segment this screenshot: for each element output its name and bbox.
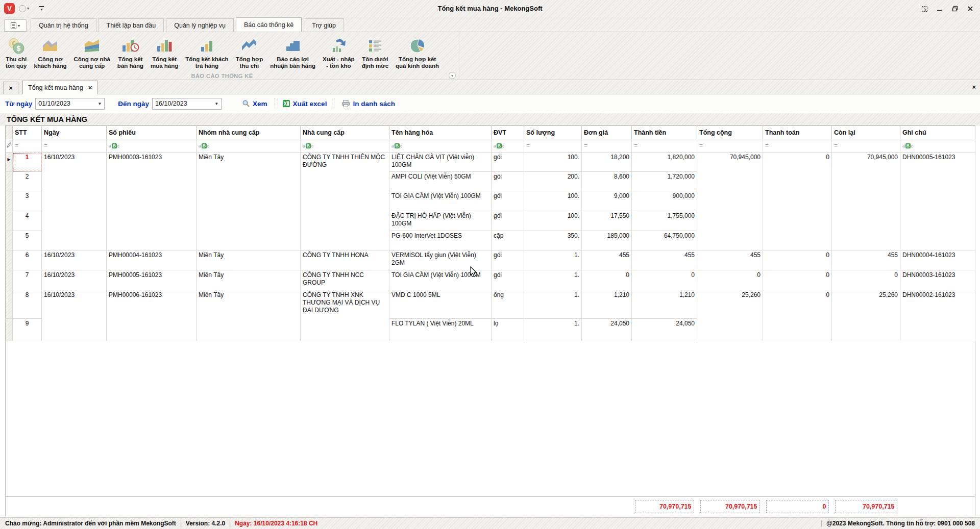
grid-cell[interactable]: 455 [832,250,900,270]
grid-cell[interactable]: 0 [763,290,832,341]
tab-tong-ket-mua-hang[interactable]: Tổng kết mua hàng × [22,81,97,94]
ribbon-tab-tro-giup[interactable]: Trợ giúp [304,18,344,32]
grid-cell[interactable]: 0 [697,270,763,290]
grid-cell[interactable]: gói [492,191,524,211]
grid-cell[interactable]: 25,260 [697,290,763,341]
column-header[interactable]: Đơn giá [582,126,632,139]
column-header[interactable]: Số lượng [524,126,582,139]
ribbon-tab-thiet-lap-ban-dau[interactable]: Thiết lập ban đầu [99,18,164,32]
print-list-button[interactable]: In danh sách [334,99,402,108]
grid-cell[interactable]: 1,755,000 [632,211,697,231]
grid-cell[interactable]: 25,260 [832,290,900,341]
grid-cell[interactable]: 8,600 [582,172,632,191]
grid-cell[interactable]: 16/10/2023 [42,250,107,270]
grid-cell[interactable]: gói [492,250,524,270]
grid-cell[interactable]: 7 [13,270,42,290]
column-header[interactable]: Số phiếu [107,126,197,139]
grid-cell[interactable]: CÔNG TY TNHH THIÊN MỘC ĐƯỜNG [301,153,389,250]
filter-cell[interactable]: = [632,139,697,153]
ribbon-tab-quan-ly-nghiep-vu[interactable]: Quản lý nghiệp vụ [166,18,234,32]
quick-access-customize-button[interactable]: ▾ [39,6,44,11]
app-menu-button[interactable]: ▾ [4,19,27,32]
ribbon-item-cong-no-nha-cung-cap[interactable]: Công nợ nhàcung cấp [70,35,113,70]
view-button[interactable]: Xem [235,99,275,108]
grid-cell[interactable]: lọ [492,319,524,341]
grid-cell[interactable]: Miền Tây [197,250,301,270]
ribbon-item-tong-ket-mua-hang[interactable]: Tổng kếtmua hàng [147,35,182,70]
fit-screen-button[interactable] [918,3,931,14]
grid-cell[interactable]: 200. [524,172,582,191]
quick-access-button[interactable]: ▾ [19,5,29,12]
grid-cell[interactable]: ĐẶC TRỊ HÔ HẤP (Việt Viễn) 100GM [389,211,492,231]
grid-cell[interactable]: 455 [697,250,763,270]
grid-cell[interactable]: 0 [632,270,697,290]
grid-cell[interactable]: 24,050 [582,319,632,341]
grid-cell[interactable] [6,231,13,250]
grid-cell[interactable]: 5 [13,231,42,250]
grid-cell[interactable]: DHN00002-161023 [900,290,975,341]
ribbon-item-xuat-nhap-ton-kho[interactable]: Xuất - nhập- tồn kho [319,35,358,70]
grid-cell[interactable]: 24,050 [632,319,697,341]
filter-cell[interactable]: = [832,139,900,153]
column-header[interactable]: ĐVT [492,126,524,139]
grid-cell[interactable] [6,290,13,319]
ribbon-item-cong-no-khach-hang[interactable]: Công nợkhách hàng [31,35,70,70]
grid-cell[interactable]: 1,210 [632,290,697,319]
filter-cell[interactable]: aBc [492,139,524,153]
ribbon-tab-quan-tri-he-thong[interactable]: Quản trị hệ thống [31,18,96,32]
grid-cell[interactable]: PMH00003-161023 [107,153,197,250]
grid-cell[interactable]: 1,720,000 [632,172,697,191]
restore-button[interactable] [948,3,962,14]
grid-cell[interactable]: 64,750,000 [632,231,697,250]
to-date-picker[interactable]: 16/10/2023 ▼ [152,98,222,110]
ribbon-item-tong-hop-thu-chi[interactable]: Tổng hợpthu chi [232,35,267,70]
grid-cell[interactable]: 350. [524,231,582,250]
close-button[interactable] [964,3,977,14]
grid-cell[interactable]: cặp [492,231,524,250]
grid-cell[interactable]: 1,210 [582,290,632,319]
grid-cell[interactable]: 70,945,000 [697,153,763,250]
grid-cell[interactable]: 1. [524,270,582,290]
grid-cell[interactable]: 16/10/2023 [42,153,107,250]
ribbon-item-tong-hop-ket-qua-kinh-doanh[interactable]: Tổng hợp kếtquả kinh doanh [392,35,443,70]
column-header[interactable]: Còn lại [832,126,900,139]
filter-cell[interactable]: aBc [197,139,301,153]
column-header[interactable]: Tổng cộng [697,126,763,139]
grid-cell[interactable]: 3 [13,191,42,211]
ribbon-item-thu-chi-ton-quy[interactable]: €$ Thu chitồn quỹ [2,35,31,70]
ribbon-item-tong-ket-khach-tra-hang[interactable]: Tổng kết kháchtrả hàng [182,35,232,70]
grid-cell[interactable]: 1. [524,250,582,270]
filter-cell[interactable]: = [42,139,107,153]
grid-cell[interactable]: 100. [524,211,582,231]
tab-close-icon[interactable]: × [88,84,92,91]
grid-cell[interactable]: AMPI COLI (Việt Viễn) 50GM [389,172,492,191]
filter-cell[interactable]: aBc [900,139,975,153]
grid-cell[interactable]: Miền Tây [197,153,301,250]
grid-cell[interactable]: 1,820,000 [632,153,697,172]
from-date-picker[interactable]: 01/10/2023 ▼ [35,98,105,110]
close-document-button[interactable]: × [3,82,18,94]
column-header[interactable]: Thành tiền [632,126,697,139]
grid-cell[interactable]: ống [492,290,524,319]
grid-cell[interactable]: PMH00004-161023 [107,250,197,270]
grid-cell[interactable]: Miền Tây [197,290,301,341]
grid-cell[interactable]: 100. [524,191,582,211]
filter-cell[interactable]: = [582,139,632,153]
ribbon-item-ton-duoi-dinh-muc[interactable]: Tồn dướiđịnh mức [358,35,392,70]
grid-cell[interactable]: 1. [524,290,582,319]
column-header[interactable]: Nhóm nhà cung cấp [197,126,301,139]
filter-cell[interactable] [6,139,13,153]
grid-cell[interactable]: 1. [524,319,582,341]
grid-cell[interactable]: ▶ [6,153,13,172]
grid-cell[interactable]: gói [492,270,524,290]
grid-cell[interactable]: PG-600 InterVet 1DOSES [389,231,492,250]
grid-cell[interactable]: 0 [582,270,632,290]
grid-cell[interactable]: 0 [763,153,832,250]
grid-cell[interactable]: DHN00003-161023 [900,270,975,290]
column-header[interactable]: Thanh toán [763,126,832,139]
grid-cell[interactable] [6,270,13,290]
grid-cell[interactable]: 0 [763,270,832,290]
grid-cell[interactable]: TOI GIA CẦM (Việt Viễn) 100GM [389,270,492,290]
grid-cell[interactable]: FLO TYLAN ( Việt Viễn) 20ML [389,319,492,341]
app-logo-icon[interactable]: V [4,3,15,14]
